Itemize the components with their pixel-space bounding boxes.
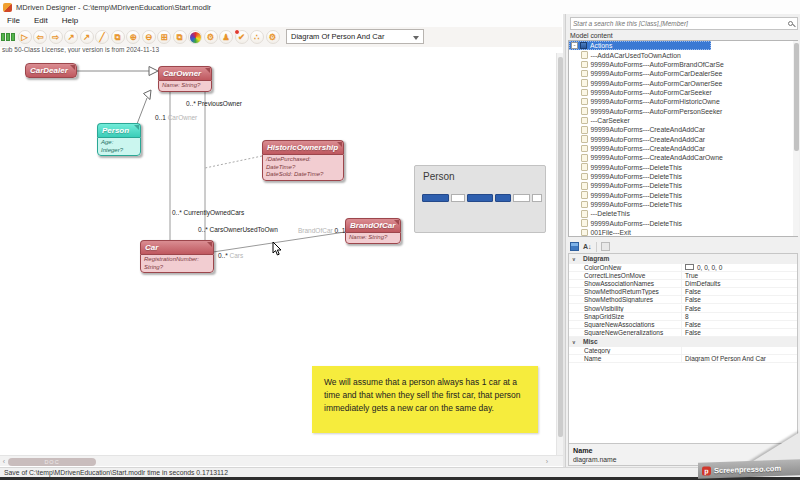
property-name: SnapGridSize bbox=[569, 313, 682, 320]
nav-back-icon[interactable]: ⇦ bbox=[33, 30, 47, 44]
viewmodel-preview-person[interactable]: Person bbox=[414, 165, 546, 233]
property-row[interactable]: ShowVisibilityFalse bbox=[569, 304, 797, 312]
class-box-cardealer[interactable]: CarDealer bbox=[25, 63, 77, 78]
canvas-vertical-scrollbar[interactable] bbox=[556, 53, 563, 455]
search-box[interactable] bbox=[570, 17, 798, 30]
gears-icon[interactable]: ⚙ bbox=[204, 30, 218, 44]
property-row[interactable]: ColorOnNew0, 0, 0, 0 bbox=[569, 264, 797, 272]
cluster-icon[interactable]: ∴ bbox=[250, 30, 264, 44]
property-row[interactable]: SquareNewGeneralizationsFalse bbox=[569, 329, 797, 337]
grid-view-icon[interactable]: ⊞ bbox=[157, 30, 171, 44]
property-value[interactable]: False bbox=[682, 329, 797, 336]
validate-icon[interactable]: ✔ bbox=[235, 30, 249, 44]
search-input[interactable] bbox=[573, 18, 783, 29]
property-row[interactable]: ShowAssociationNamesDimDefaults bbox=[569, 280, 797, 288]
tree-item[interactable]: 99999AutoForms---AutoFormHistoricOwne bbox=[569, 97, 797, 106]
class-box-car[interactable]: Car RegistrationNumber: String? bbox=[140, 240, 214, 273]
collapse-icon[interactable]: ∨ bbox=[572, 256, 580, 262]
tree-item[interactable]: 99999AutoForms---CreateAndAddCar bbox=[569, 134, 797, 143]
zoom-in-icon[interactable]: ⊕ bbox=[126, 30, 140, 44]
properties-toolbar: A↓ bbox=[568, 240, 798, 253]
toolbar-icons: ▷⇦⇨↗↗╱⧉⊕⊖⊞⧉⚙♟✔∴⚙ bbox=[0, 27, 562, 47]
property-category[interactable]: ∨Diagram bbox=[569, 254, 797, 264]
settings-gear-icon[interactable]: ⚙ bbox=[266, 30, 280, 44]
property-row[interactable]: SquareNewAssociationsFalse bbox=[569, 321, 797, 329]
tree-item[interactable]: 99999AutoForms---AutoFormCarOwnerSee bbox=[569, 78, 797, 87]
alphabetical-sort-icon[interactable]: A↓ bbox=[583, 242, 592, 251]
class-box-historicownership[interactable]: HistoricOwnership /DatePurchased: DateTi… bbox=[262, 140, 344, 181]
categorized-view-icon[interactable] bbox=[570, 242, 579, 251]
search-icon[interactable] bbox=[788, 21, 793, 26]
property-value[interactable]: True bbox=[682, 272, 797, 279]
property-row[interactable]: SnapGridSize8 bbox=[569, 313, 797, 321]
scrollbar-thumb[interactable]: DOC bbox=[8, 458, 96, 466]
tree-item[interactable]: 99999AutoForms---AutoFormCarSeeker bbox=[569, 88, 797, 97]
tree-scrollbar[interactable] bbox=[793, 41, 799, 236]
tree-item[interactable]: 99999AutoForms---DeleteThis bbox=[569, 172, 797, 181]
property-row[interactable]: ShowMethodSignaturesFalse bbox=[569, 296, 797, 304]
scrollbar-thumb[interactable] bbox=[794, 43, 799, 151]
class-box-person[interactable]: Person Age: Integer? bbox=[97, 123, 141, 156]
run-icon[interactable]: ▷ bbox=[18, 30, 32, 44]
tree-item[interactable]: 99999AutoForms---AutoFormPersonSeeker bbox=[569, 106, 797, 115]
menu-help[interactable]: Help bbox=[62, 16, 78, 25]
property-row[interactable]: Category bbox=[569, 347, 797, 355]
tree-item[interactable]: 99999AutoForms---DeleteThis bbox=[569, 162, 797, 171]
class-name: CarDealer bbox=[30, 66, 68, 75]
property-value[interactable]: DimDefaults bbox=[682, 280, 797, 287]
property-category[interactable]: ∨Misc bbox=[569, 337, 797, 347]
property-row[interactable]: NameDiagram Of Person And Car bbox=[569, 355, 797, 363]
tree-item[interactable]: 001File---Exit bbox=[569, 228, 797, 237]
tree-item[interactable]: 99999AutoForms---DeleteThis bbox=[569, 181, 797, 190]
property-value[interactable]: False bbox=[682, 321, 797, 328]
person-icon[interactable]: ♟ bbox=[219, 30, 233, 44]
association-tool-icon[interactable]: ↗ bbox=[80, 30, 94, 44]
viewmodel-tool-icon[interactable]: ⧉ bbox=[111, 30, 125, 44]
sticky-note[interactable]: We will assume that a person always has … bbox=[312, 366, 538, 433]
color-wheel-icon[interactable] bbox=[188, 30, 202, 44]
tree-item[interactable]: ---AddACarUsedToOwnAction bbox=[569, 50, 797, 59]
tree-item-label: 99999AutoForms---DeleteThis bbox=[591, 164, 682, 171]
scroll-left-icon[interactable]: ‹ bbox=[0, 458, 8, 465]
zoom-out-icon[interactable]: ⊖ bbox=[142, 30, 156, 44]
tree-item[interactable]: 99999AutoForms---AutoFormBrandOfCarSe bbox=[569, 60, 797, 69]
canvas-horizontal-scrollbar[interactable]: ‹ DOC › bbox=[0, 455, 563, 466]
tree-item[interactable]: ---CarSeeker bbox=[569, 116, 797, 125]
class-box-carowner[interactable]: CarOwner Name: String? bbox=[158, 66, 212, 92]
property-value[interactable]: 0, 0, 0, 0 bbox=[682, 264, 797, 271]
scroll-right-icon[interactable]: › bbox=[543, 458, 551, 465]
generalization-tool-icon[interactable]: ↗ bbox=[64, 30, 78, 44]
tree-item-label: 99999AutoForms---AutoFormCarSeeker bbox=[591, 89, 712, 96]
collapse-icon[interactable]: ∨ bbox=[572, 339, 580, 345]
property-value[interactable]: False bbox=[682, 296, 797, 303]
property-value[interactable]: Diagram Of Person And Car bbox=[682, 355, 797, 362]
license-status-icon[interactable] bbox=[1, 30, 16, 44]
mini-field bbox=[513, 194, 530, 202]
property-row[interactable]: ShowMethodReturnTypesFalse bbox=[569, 288, 797, 296]
tree-item[interactable]: 99999AutoForms---DeleteThis bbox=[569, 191, 797, 200]
property-value[interactable]: 8 bbox=[682, 313, 797, 320]
menu-file[interactable]: File bbox=[7, 16, 20, 25]
class-box-brandofcar[interactable]: BrandOfCar Name: String? bbox=[345, 218, 401, 244]
property-value[interactable]: False bbox=[682, 305, 797, 312]
menu-edit[interactable]: Edit bbox=[34, 16, 48, 25]
forms-view-icon[interactable]: ⧉ bbox=[173, 30, 187, 44]
line-tool-icon[interactable]: ╱ bbox=[95, 30, 109, 44]
tree-item[interactable]: 99999AutoForms---CreateAndAddCar bbox=[569, 125, 797, 134]
tree-item[interactable]: -Actions bbox=[569, 41, 711, 50]
tree-item[interactable]: 99999AutoForms---DeleteThis bbox=[569, 219, 797, 228]
tree-item[interactable]: 99999AutoForms---DeleteThis bbox=[569, 200, 797, 209]
tree-item[interactable]: 99999AutoForms---CreateAndAddCar bbox=[569, 144, 797, 153]
tree-expander-icon[interactable]: - bbox=[571, 42, 578, 49]
property-pages-icon[interactable] bbox=[601, 242, 610, 251]
mdriven-designer-window: MDriven Designer - C:\temp\MDrivenEducat… bbox=[0, 0, 800, 480]
property-row[interactable]: CorrectLinesOnMoveTrue bbox=[569, 272, 797, 280]
nav-forward-icon[interactable]: ⇨ bbox=[49, 30, 63, 44]
property-value[interactable]: False bbox=[682, 288, 797, 295]
tree-item[interactable]: ---DeleteThis bbox=[569, 209, 797, 218]
action-doc-icon bbox=[581, 173, 588, 181]
tree-item[interactable]: 99999AutoForms---CreateAndAddCarOwne bbox=[569, 153, 797, 162]
diagram-selector-dropdown[interactable]: Diagram Of Person And Car bbox=[286, 29, 424, 44]
diagram-canvas[interactable]: CarDealer CarOwner Name: String? Person … bbox=[0, 53, 556, 455]
tree-item[interactable]: 99999AutoForms---AutoFormCarDealerSee bbox=[569, 69, 797, 78]
